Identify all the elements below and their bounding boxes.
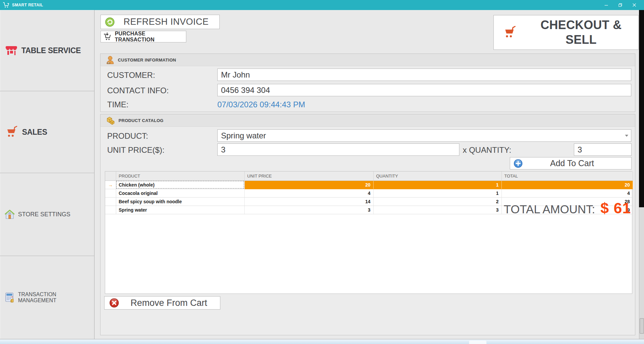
- table-cell[interactable]: 14: [244, 197, 373, 206]
- quantity-value: 3: [578, 145, 582, 154]
- window-title: SMART RETAIL: [12, 3, 43, 7]
- table-cell[interactable]: 20: [501, 181, 633, 189]
- refresh-icon: [105, 17, 115, 27]
- table-cell[interactable]: Spring water: [116, 206, 244, 214]
- row-indicator-header: [105, 171, 116, 181]
- customer-label: CUSTOMER:: [107, 71, 155, 80]
- close-button[interactable]: [627, 0, 641, 10]
- cart-download-icon: [103, 32, 112, 41]
- time-label: TIME:: [107, 100, 129, 109]
- table-cell[interactable]: Chicken (whole): [116, 181, 244, 189]
- checkout-cart-icon: [502, 25, 517, 39]
- add-to-cart-label: Add To Cart: [523, 158, 621, 168]
- quantity-input[interactable]: 3: [574, 143, 632, 156]
- remove-from-cart-label: Remove From Cart: [131, 298, 207, 308]
- column-header-unit-price[interactable]: UNIT PRICE: [244, 171, 373, 181]
- taskbar-highlight: [469, 341, 486, 344]
- remove-x-icon: [109, 298, 119, 308]
- row-indicator-cell: [105, 206, 116, 214]
- background-window-strip: [639, 10, 644, 207]
- svg-text:DX: DX: [108, 62, 110, 64]
- customer-information-title: CUSTOMER INFORMATION: [118, 58, 176, 63]
- product-catalog-title: PRODUCT CATALOG: [119, 118, 164, 123]
- total-amount-value: $ 61: [600, 200, 631, 217]
- contact-info-label: CONTACT INFO:: [107, 86, 169, 95]
- table-cell[interactable]: 20: [244, 181, 373, 189]
- remove-from-cart-button[interactable]: Remove From Cart: [104, 296, 220, 310]
- product-combobox[interactable]: Spring water: [217, 129, 631, 142]
- sidebar-item-table-service[interactable]: TABLE SERVICE: [0, 10, 94, 91]
- total-amount-label: TOTAL AMOUNT:: [504, 203, 595, 216]
- product-label: PRODUCT:: [107, 131, 148, 141]
- table-row[interactable]: →Chicken (whole)20120: [105, 181, 633, 189]
- table-header-row: PRODUCT UNIT PRICE QUANTITY TOTAL: [105, 171, 633, 181]
- sidebar-item-label: SALES: [22, 128, 47, 137]
- selected-row-arrow-icon: →: [105, 181, 116, 189]
- column-header-quantity[interactable]: QUANTITY: [373, 171, 501, 181]
- refresh-invoice-button[interactable]: REFRESH INVOICE: [100, 15, 220, 29]
- app-cart-icon: [3, 1, 10, 9]
- cart-icon: [5, 125, 19, 139]
- table-cell[interactable]: 4: [244, 189, 373, 197]
- product-catalog-header: PRODUCT CATALOG: [100, 114, 635, 127]
- total-amount: TOTAL AMOUNT: $ 61: [504, 200, 631, 220]
- sidebar-item-sales[interactable]: SALES: [0, 91, 94, 173]
- purchase-transaction-button[interactable]: PURCHASE TRANSACTION: [100, 31, 186, 42]
- chevron-down-icon[interactable]: [625, 135, 628, 137]
- table-cell[interactable]: Cocacola original: [116, 189, 244, 197]
- sidebar-item-label: STORE SETTINGS: [18, 211, 70, 218]
- table-cell[interactable]: 4: [501, 189, 633, 197]
- row-indicator-cell: [105, 197, 116, 206]
- sidebar: TABLE SERVICE SALES STORE SETTINGS: [0, 10, 94, 339]
- calculator-icon: [5, 292, 15, 303]
- time-value: 07/03/2026 09:44:43 PM: [217, 100, 305, 109]
- customer-information-group: DX CUSTOMER INFORMATION CUSTOMER: Mr Joh…: [100, 53, 635, 112]
- taskbar-edge: [0, 339, 644, 344]
- customer-value: Mr John: [221, 70, 250, 80]
- minimize-button[interactable]: [599, 0, 613, 10]
- table-cell[interactable]: 3: [244, 206, 373, 214]
- column-header-total[interactable]: TOTAL: [501, 171, 633, 181]
- restore-button[interactable]: [613, 0, 627, 10]
- table-cell[interactable]: 1: [373, 189, 501, 197]
- sidebar-item-store-settings[interactable]: STORE SETTINGS: [0, 173, 94, 256]
- table-cell[interactable]: 2: [373, 197, 501, 206]
- customer-input[interactable]: Mr John: [217, 69, 631, 81]
- unit-price-input[interactable]: 3: [217, 143, 459, 156]
- customer-information-header: DX CUSTOMER INFORMATION: [100, 54, 635, 66]
- background-button: [640, 318, 644, 334]
- row-indicator-cell: [105, 189, 116, 197]
- quantity-label: x QUANTITY:: [463, 145, 511, 155]
- table-row[interactable]: Cocacola original414: [105, 189, 633, 197]
- cart-table: PRODUCT UNIT PRICE QUANTITY TOTAL →Chick…: [105, 171, 632, 294]
- table-cell[interactable]: 3: [373, 206, 501, 214]
- checkout-sell-label: CHECKOUT & SELL: [530, 18, 632, 47]
- table-cell[interactable]: Beef spicy soup with noodle: [116, 197, 244, 206]
- sidebar-item-label: TRANSACTION MANAGEMENT: [18, 292, 94, 304]
- titlebar: SMART RETAIL: [0, 0, 644, 10]
- table-cell[interactable]: 1: [373, 181, 501, 189]
- background-window-strip-2: [639, 207, 644, 339]
- checkout-sell-button[interactable]: CHECKOUT & SELL: [493, 15, 639, 50]
- home-icon: [5, 209, 15, 220]
- add-plus-icon: [513, 159, 523, 168]
- boxes-icon: [106, 116, 115, 125]
- contact-info-input[interactable]: 0456 394 304: [217, 84, 631, 96]
- add-to-cart-button[interactable]: Add To Cart: [510, 157, 632, 169]
- unit-price-label: UNIT PRICE($):: [107, 145, 165, 155]
- refresh-invoice-label: REFRESH INVOICE: [124, 17, 209, 27]
- storefront-icon: [5, 44, 18, 57]
- sidebar-item-transaction-management[interactable]: TRANSACTION MANAGEMENT: [0, 256, 94, 339]
- column-header-product[interactable]: PRODUCT: [116, 171, 244, 181]
- sidebar-item-label: TABLE SERVICE: [21, 46, 81, 55]
- contact-info-value: 0456 394 304: [221, 86, 270, 95]
- purchase-transaction-label: PURCHASE TRANSACTION: [115, 31, 186, 43]
- person-icon: DX: [106, 55, 115, 65]
- product-value: Spring water: [221, 131, 266, 140]
- unit-price-value: 3: [221, 145, 225, 154]
